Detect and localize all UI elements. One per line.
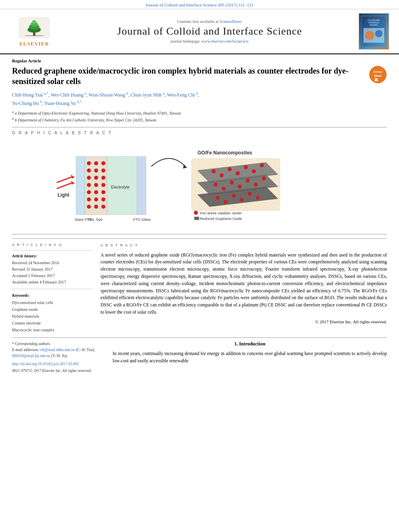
- cover-svg: COLLOID AND INTERFACE SCIENCE: [359, 15, 389, 47]
- svg-point-14: [375, 30, 383, 37]
- accepted-date: Accepted 2 February 2017: [12, 273, 93, 279]
- svg-point-42: [87, 197, 91, 201]
- svg-point-28: [94, 161, 98, 165]
- journal-cover-area: COLLOID AND INTERFACE SCIENCE: [359, 13, 391, 49]
- svg-text:Electrolyte: Electrolyte: [111, 185, 130, 189]
- svg-text:FTO Glass: FTO Glass: [133, 218, 151, 222]
- article-title-area: Reduced graphene oxide/macrocyclic iron …: [12, 66, 387, 86]
- top-banner: Journal of Colloid and Interface Science…: [0, 0, 399, 9]
- graphical-abstract-title: G R A P H I C A L A B S T R A C T: [12, 131, 387, 135]
- page-container: Journal of Colloid and Interface Science…: [0, 0, 399, 378]
- svg-line-20: [57, 177, 73, 183]
- svg-point-30: [94, 168, 98, 173]
- journal-cover-image: COLLOID AND INTERFACE SCIENCE: [359, 13, 389, 49]
- svg-point-74: [260, 163, 264, 167]
- svg-point-40: [94, 190, 98, 194]
- email2-link[interactable]: 084916@mail.fju.edu.tw: [12, 354, 50, 358]
- journal-title: Journal of Colloid and Interface Science: [64, 25, 355, 37]
- doi-info: http://dx.doi.org/10.1016/j.jcis.2017.02…: [12, 361, 101, 367]
- keyword-item: Macrocyclic iron complex: [12, 327, 93, 333]
- svg-point-34: [94, 176, 98, 180]
- journal-header-center: Contents lists available at ScienceDirec…: [60, 19, 359, 43]
- svg-text:TiO₂: TiO₂: [87, 218, 95, 222]
- svg-point-13: [365, 31, 374, 40]
- svg-point-36: [87, 183, 91, 187]
- svg-point-27: [87, 161, 91, 165]
- intro-heading: 1. Introduction: [113, 341, 387, 347]
- svg-text:Cross: Cross: [373, 70, 383, 74]
- crossmark-badge-icon[interactable]: Cross Mark: [369, 66, 387, 84]
- two-column-section: A R T I C L E I N F O Article history: R…: [12, 238, 387, 333]
- journal-citation: Journal of Colloid and Interface Science…: [145, 2, 253, 7]
- elsevier-wordmark: ELSEVIER: [19, 41, 49, 47]
- journal-homepage: journal homepage: www.elsevier.com/locat…: [64, 39, 355, 43]
- article-title-text: Reduced graphene oxide/macrocyclic iron …: [12, 66, 365, 86]
- svg-point-31: [101, 161, 105, 165]
- svg-point-5: [32, 20, 36, 24]
- article-type-label: Regular Article: [12, 58, 387, 63]
- svg-text:SCIENCE: SCIENCE: [370, 24, 378, 26]
- abstract-text: A novel series of reduced graphene oxide…: [101, 252, 387, 316]
- svg-point-37: [94, 183, 98, 187]
- svg-text:INTERFACE: INTERFACE: [368, 22, 378, 24]
- svg-point-78: [194, 211, 198, 215]
- keywords-list: Dye-sensitized solar cellsGraphene oxide…: [12, 299, 93, 333]
- svg-point-76: [236, 171, 240, 175]
- doi-link[interactable]: http://dx.doi.org/10.1016/j.jcis.2017.02…: [12, 362, 79, 366]
- svg-text:Reduced Graphene Oxide: Reduced Graphene Oxide: [200, 217, 242, 221]
- keywords-divider: [12, 289, 93, 289]
- sciencedirect-link[interactable]: ScienceDirect: [219, 19, 242, 24]
- authors-line: Chih-Hung Tsai a,*, Wei-Chih Huang a, Wu…: [12, 90, 387, 107]
- svg-text:COLLOID AND: COLLOID AND: [368, 19, 380, 21]
- svg-point-59: [232, 194, 236, 198]
- bottom-section: * Corresponding authors. E-mail addresse…: [12, 337, 387, 374]
- svg-point-43: [94, 197, 98, 201]
- journal-homepage-link[interactable]: www.elsevier.com/locate/jcis: [202, 39, 249, 43]
- keyword-item: Graphene oxide: [12, 306, 93, 313]
- abstract-title: A B S T R A C T: [101, 243, 387, 249]
- svg-point-32: [101, 168, 105, 173]
- article-info-title: A R T I C L E I N F O: [12, 243, 93, 247]
- elsevier-tree-icon: [16, 16, 52, 40]
- abstract-column: A B S T R A C T A novel series of reduce…: [101, 243, 387, 333]
- svg-point-65: [230, 181, 234, 185]
- svg-point-58: [216, 196, 220, 200]
- svg-point-39: [87, 190, 91, 194]
- svg-marker-23: [71, 181, 75, 185]
- svg-rect-25: [76, 156, 85, 215]
- svg-point-71: [212, 169, 216, 173]
- svg-point-46: [94, 205, 98, 209]
- svg-point-29: [87, 168, 91, 173]
- svg-point-70: [254, 183, 258, 187]
- corresponding-label: * Corresponding authors.: [12, 341, 101, 347]
- svg-rect-80: [194, 217, 199, 220]
- svg-text:Light: Light: [58, 192, 69, 198]
- keyword-item: Dye-sensitized solar cells: [12, 299, 93, 306]
- svg-text:GO/Fe Nanocomposites: GO/Fe Nanocomposites: [197, 150, 252, 156]
- svg-text:Mark: Mark: [374, 74, 382, 78]
- svg-point-47: [101, 205, 105, 209]
- elsevier-logo: ELSEVIER: [8, 16, 60, 47]
- svg-text:Iron active catalytic center: Iron active catalytic center: [200, 211, 242, 215]
- svg-point-63: [256, 196, 260, 200]
- keyword-item: Counter electrode: [12, 320, 93, 327]
- sciencedirect-info: Contents lists available at ScienceDirec…: [64, 19, 355, 24]
- svg-marker-22: [71, 175, 75, 179]
- article-body: Regular Article Reduced graphene oxide/m…: [0, 54, 399, 378]
- article-info-column: A R T I C L E I N F O Article history: R…: [12, 243, 93, 333]
- svg-point-75: [220, 173, 224, 177]
- svg-point-61: [224, 200, 228, 204]
- intro-text: In recent years, continually increasing …: [113, 350, 387, 365]
- revised-date: Revised 31 January 2017: [12, 266, 93, 273]
- svg-point-64: [214, 183, 218, 187]
- keywords-title: Keywords:: [12, 293, 93, 298]
- svg-point-35: [101, 176, 105, 180]
- keyword-item: Hybrid materials: [12, 313, 93, 320]
- svg-point-38: [101, 183, 105, 187]
- received-date: Received 24 November 2016: [12, 260, 93, 266]
- graphical-abstract-svg: Light: [49, 142, 350, 227]
- svg-rect-50: [137, 156, 146, 215]
- email1-link[interactable]: cht@mail.ndhu.edu.tw: [40, 348, 75, 352]
- affiliations: a a Department of Opto-Electronic Engine…: [12, 110, 387, 123]
- svg-text:Dye: Dye: [96, 218, 103, 222]
